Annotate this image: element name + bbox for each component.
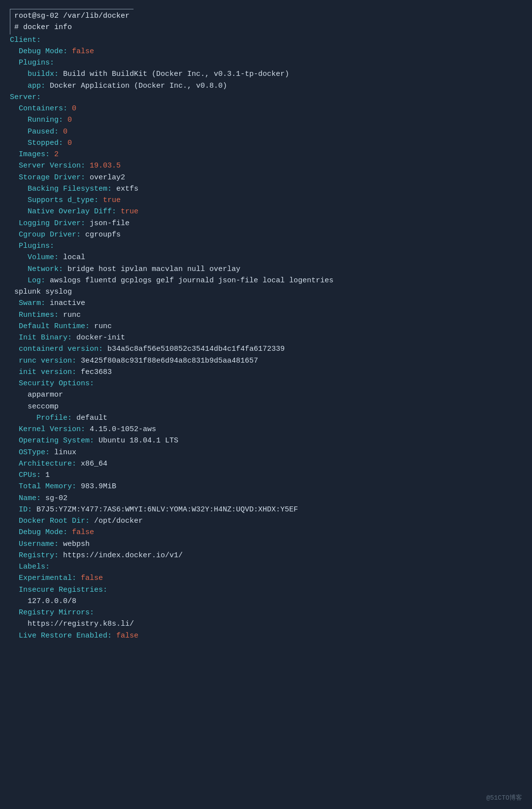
terminal-line: Cgroup Driver: cgroupfs xyxy=(10,229,522,240)
terminal-line: Plugins: xyxy=(10,240,522,252)
terminal-line: Kernel Version: 4.15.0-1052-aws xyxy=(10,424,522,435)
terminal-line: runc version: 3e425f80a8c931f88e6d94a8c8… xyxy=(10,355,522,367)
terminal-line: Registry Mirrors: xyxy=(10,607,522,618)
terminal-line: Security Options: xyxy=(10,378,522,389)
terminal-line: apparmor xyxy=(10,389,522,401)
terminal-line: Username: webpsh xyxy=(10,539,522,550)
terminal-line: Paused: 0 xyxy=(10,126,522,137)
terminal-line: Client: xyxy=(10,34,522,46)
terminal-line: Plugins: xyxy=(10,57,522,68)
terminal-container: root@sg-02 /var/lib/docker # docker info… xyxy=(10,9,522,641)
terminal-line: Images: 2 xyxy=(10,149,522,160)
terminal-line: Log: awslogs fluentd gcplogs gelf journa… xyxy=(10,275,522,286)
terminal-line: OSType: linux xyxy=(10,447,522,458)
terminal-line: Network: bridge host ipvlan macvlan null… xyxy=(10,264,522,275)
terminal-line: Profile: default xyxy=(10,412,522,424)
terminal-line: Experimental: false xyxy=(10,573,522,584)
prompt-line1: root@sg-02 /var/lib/docker xyxy=(14,10,130,22)
terminal-line: Architecture: x86_64 xyxy=(10,458,522,470)
terminal-line: Storage Driver: overlay2 xyxy=(10,172,522,183)
terminal-line: Supports d_type: true xyxy=(10,195,522,206)
terminal-line: Server: xyxy=(10,92,522,103)
terminal-line: Name: sg-02 xyxy=(10,493,522,504)
terminal-line: Default Runtime: runc xyxy=(10,321,522,332)
terminal-line: Logging Driver: json-file xyxy=(10,218,522,229)
watermark: @51CTO博客 xyxy=(486,793,522,803)
prompt-box: root@sg-02 /var/lib/docker # docker info xyxy=(10,9,133,34)
terminal-line: CPUs: 1 xyxy=(10,470,522,481)
terminal-line: buildx: Build with BuildKit (Docker Inc.… xyxy=(10,68,522,80)
terminal-line: seccomp xyxy=(10,401,522,412)
terminal-line: 127.0.0.0/8 xyxy=(10,596,522,607)
terminal-line: Insecure Registries: xyxy=(10,584,522,596)
terminal-line: init version: fec3683 xyxy=(10,367,522,378)
terminal-line: Operating System: Ubuntu 18.04.1 LTS xyxy=(10,435,522,446)
terminal-line: Labels: xyxy=(10,561,522,573)
terminal-line: splunk syslog xyxy=(10,286,522,298)
terminal-line: containerd version: b34a5c8af56e510852c3… xyxy=(10,343,522,355)
terminal-line: Docker Root Dir: /opt/docker xyxy=(10,515,522,527)
terminal-line: Backing Filesystem: extfs xyxy=(10,183,522,195)
terminal-line: Runtimes: runc xyxy=(10,309,522,321)
terminal-line: Swarm: inactive xyxy=(10,298,522,309)
terminal-line: https://registry.k8s.li/ xyxy=(10,618,522,630)
terminal-line: Stopped: 0 xyxy=(10,137,522,149)
terminal-line: Debug Mode: false xyxy=(10,527,522,538)
terminal-line: Server Version: 19.03.5 xyxy=(10,160,522,171)
terminal-line: app: Docker Application (Docker Inc., v0… xyxy=(10,80,522,92)
docker-output: Client: Debug Mode: false Plugins: build… xyxy=(10,34,522,641)
terminal-line: Registry: https://index.docker.io/v1/ xyxy=(10,550,522,561)
terminal-line: Running: 0 xyxy=(10,114,522,126)
prompt-line2: # docker info xyxy=(14,22,130,33)
terminal-line: Debug Mode: false xyxy=(10,46,522,57)
terminal-line: Volume: local xyxy=(10,252,522,263)
terminal-line: Total Memory: 983.9MiB xyxy=(10,481,522,492)
terminal-line: Native Overlay Diff: true xyxy=(10,206,522,217)
terminal-line: ID: B7J5:Y7ZM:Y477:7AS6:WMYI:6NLV:YOMA:W… xyxy=(10,504,522,515)
terminal-line: Init Binary: docker-init xyxy=(10,332,522,343)
terminal-line: Live Restore Enabled: false xyxy=(10,630,522,641)
terminal-line: Containers: 0 xyxy=(10,103,522,114)
